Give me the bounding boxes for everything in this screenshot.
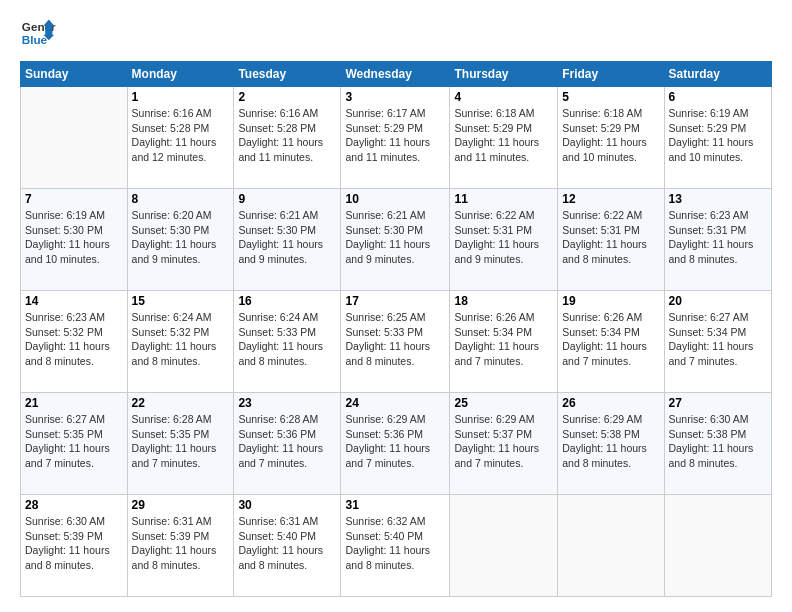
day-number: 24 — [345, 396, 445, 410]
day-number: 25 — [454, 396, 553, 410]
calendar-cell: 15Sunrise: 6:24 AMSunset: 5:32 PMDayligh… — [127, 291, 234, 393]
calendar-header-monday: Monday — [127, 62, 234, 87]
day-info: Sunrise: 6:29 AMSunset: 5:38 PMDaylight:… — [562, 412, 659, 471]
calendar-week-3: 14Sunrise: 6:23 AMSunset: 5:32 PMDayligh… — [21, 291, 772, 393]
day-number: 19 — [562, 294, 659, 308]
day-number: 14 — [25, 294, 123, 308]
calendar-cell — [664, 495, 771, 597]
calendar-week-4: 21Sunrise: 6:27 AMSunset: 5:35 PMDayligh… — [21, 393, 772, 495]
day-number: 12 — [562, 192, 659, 206]
page: General Blue SundayMondayTuesdayWednesda… — [0, 0, 792, 612]
calendar-cell: 5Sunrise: 6:18 AMSunset: 5:29 PMDaylight… — [558, 87, 664, 189]
day-info: Sunrise: 6:19 AMSunset: 5:29 PMDaylight:… — [669, 106, 767, 165]
day-info: Sunrise: 6:18 AMSunset: 5:29 PMDaylight:… — [562, 106, 659, 165]
day-info: Sunrise: 6:25 AMSunset: 5:33 PMDaylight:… — [345, 310, 445, 369]
day-info: Sunrise: 6:26 AMSunset: 5:34 PMDaylight:… — [454, 310, 553, 369]
calendar-cell: 11Sunrise: 6:22 AMSunset: 5:31 PMDayligh… — [450, 189, 558, 291]
day-number: 16 — [238, 294, 336, 308]
day-info: Sunrise: 6:19 AMSunset: 5:30 PMDaylight:… — [25, 208, 123, 267]
day-info: Sunrise: 6:27 AMSunset: 5:34 PMDaylight:… — [669, 310, 767, 369]
day-number: 2 — [238, 90, 336, 104]
calendar-cell: 26Sunrise: 6:29 AMSunset: 5:38 PMDayligh… — [558, 393, 664, 495]
day-number: 8 — [132, 192, 230, 206]
calendar-table: SundayMondayTuesdayWednesdayThursdayFrid… — [20, 61, 772, 597]
day-number: 29 — [132, 498, 230, 512]
day-info: Sunrise: 6:22 AMSunset: 5:31 PMDaylight:… — [454, 208, 553, 267]
svg-text:Blue: Blue — [22, 33, 48, 46]
day-number: 6 — [669, 90, 767, 104]
calendar-cell: 21Sunrise: 6:27 AMSunset: 5:35 PMDayligh… — [21, 393, 128, 495]
day-number: 23 — [238, 396, 336, 410]
calendar-cell: 25Sunrise: 6:29 AMSunset: 5:37 PMDayligh… — [450, 393, 558, 495]
day-number: 1 — [132, 90, 230, 104]
calendar-cell: 22Sunrise: 6:28 AMSunset: 5:35 PMDayligh… — [127, 393, 234, 495]
calendar-cell: 28Sunrise: 6:30 AMSunset: 5:39 PMDayligh… — [21, 495, 128, 597]
calendar-week-5: 28Sunrise: 6:30 AMSunset: 5:39 PMDayligh… — [21, 495, 772, 597]
calendar-cell: 16Sunrise: 6:24 AMSunset: 5:33 PMDayligh… — [234, 291, 341, 393]
calendar-week-1: 1Sunrise: 6:16 AMSunset: 5:28 PMDaylight… — [21, 87, 772, 189]
day-number: 31 — [345, 498, 445, 512]
calendar-cell — [558, 495, 664, 597]
day-info: Sunrise: 6:23 AMSunset: 5:32 PMDaylight:… — [25, 310, 123, 369]
day-number: 10 — [345, 192, 445, 206]
day-number: 18 — [454, 294, 553, 308]
calendar-cell: 7Sunrise: 6:19 AMSunset: 5:30 PMDaylight… — [21, 189, 128, 291]
calendar-cell: 29Sunrise: 6:31 AMSunset: 5:39 PMDayligh… — [127, 495, 234, 597]
day-number: 21 — [25, 396, 123, 410]
day-info: Sunrise: 6:21 AMSunset: 5:30 PMDaylight:… — [238, 208, 336, 267]
day-number: 30 — [238, 498, 336, 512]
calendar-cell: 8Sunrise: 6:20 AMSunset: 5:30 PMDaylight… — [127, 189, 234, 291]
day-info: Sunrise: 6:26 AMSunset: 5:34 PMDaylight:… — [562, 310, 659, 369]
header: General Blue — [20, 15, 772, 51]
calendar-header-row: SundayMondayTuesdayWednesdayThursdayFrid… — [21, 62, 772, 87]
calendar-cell: 20Sunrise: 6:27 AMSunset: 5:34 PMDayligh… — [664, 291, 771, 393]
day-info: Sunrise: 6:28 AMSunset: 5:35 PMDaylight:… — [132, 412, 230, 471]
day-info: Sunrise: 6:18 AMSunset: 5:29 PMDaylight:… — [454, 106, 553, 165]
day-number: 9 — [238, 192, 336, 206]
calendar-cell: 18Sunrise: 6:26 AMSunset: 5:34 PMDayligh… — [450, 291, 558, 393]
calendar-cell: 2Sunrise: 6:16 AMSunset: 5:28 PMDaylight… — [234, 87, 341, 189]
calendar-cell: 17Sunrise: 6:25 AMSunset: 5:33 PMDayligh… — [341, 291, 450, 393]
calendar-header-wednesday: Wednesday — [341, 62, 450, 87]
day-info: Sunrise: 6:30 AMSunset: 5:38 PMDaylight:… — [669, 412, 767, 471]
calendar-week-2: 7Sunrise: 6:19 AMSunset: 5:30 PMDaylight… — [21, 189, 772, 291]
day-info: Sunrise: 6:20 AMSunset: 5:30 PMDaylight:… — [132, 208, 230, 267]
calendar-cell: 6Sunrise: 6:19 AMSunset: 5:29 PMDaylight… — [664, 87, 771, 189]
calendar-cell: 4Sunrise: 6:18 AMSunset: 5:29 PMDaylight… — [450, 87, 558, 189]
day-number: 26 — [562, 396, 659, 410]
day-info: Sunrise: 6:30 AMSunset: 5:39 PMDaylight:… — [25, 514, 123, 573]
day-info: Sunrise: 6:21 AMSunset: 5:30 PMDaylight:… — [345, 208, 445, 267]
day-info: Sunrise: 6:28 AMSunset: 5:36 PMDaylight:… — [238, 412, 336, 471]
calendar-cell: 30Sunrise: 6:31 AMSunset: 5:40 PMDayligh… — [234, 495, 341, 597]
day-number: 3 — [345, 90, 445, 104]
logo: General Blue — [20, 15, 56, 51]
day-number: 15 — [132, 294, 230, 308]
calendar-cell: 12Sunrise: 6:22 AMSunset: 5:31 PMDayligh… — [558, 189, 664, 291]
day-number: 11 — [454, 192, 553, 206]
day-info: Sunrise: 6:23 AMSunset: 5:31 PMDaylight:… — [669, 208, 767, 267]
calendar-cell: 9Sunrise: 6:21 AMSunset: 5:30 PMDaylight… — [234, 189, 341, 291]
day-info: Sunrise: 6:29 AMSunset: 5:36 PMDaylight:… — [345, 412, 445, 471]
calendar-header-thursday: Thursday — [450, 62, 558, 87]
calendar-header-sunday: Sunday — [21, 62, 128, 87]
day-info: Sunrise: 6:24 AMSunset: 5:32 PMDaylight:… — [132, 310, 230, 369]
day-info: Sunrise: 6:29 AMSunset: 5:37 PMDaylight:… — [454, 412, 553, 471]
calendar-cell: 3Sunrise: 6:17 AMSunset: 5:29 PMDaylight… — [341, 87, 450, 189]
day-number: 28 — [25, 498, 123, 512]
calendar-header-saturday: Saturday — [664, 62, 771, 87]
calendar-cell: 23Sunrise: 6:28 AMSunset: 5:36 PMDayligh… — [234, 393, 341, 495]
day-number: 27 — [669, 396, 767, 410]
day-number: 7 — [25, 192, 123, 206]
calendar-cell: 27Sunrise: 6:30 AMSunset: 5:38 PMDayligh… — [664, 393, 771, 495]
day-number: 5 — [562, 90, 659, 104]
calendar-cell: 13Sunrise: 6:23 AMSunset: 5:31 PMDayligh… — [664, 189, 771, 291]
calendar-cell: 31Sunrise: 6:32 AMSunset: 5:40 PMDayligh… — [341, 495, 450, 597]
calendar-cell — [21, 87, 128, 189]
day-info: Sunrise: 6:27 AMSunset: 5:35 PMDaylight:… — [25, 412, 123, 471]
calendar-cell: 24Sunrise: 6:29 AMSunset: 5:36 PMDayligh… — [341, 393, 450, 495]
day-number: 20 — [669, 294, 767, 308]
logo-icon: General Blue — [20, 15, 56, 51]
day-info: Sunrise: 6:24 AMSunset: 5:33 PMDaylight:… — [238, 310, 336, 369]
calendar-cell: 1Sunrise: 6:16 AMSunset: 5:28 PMDaylight… — [127, 87, 234, 189]
day-info: Sunrise: 6:32 AMSunset: 5:40 PMDaylight:… — [345, 514, 445, 573]
